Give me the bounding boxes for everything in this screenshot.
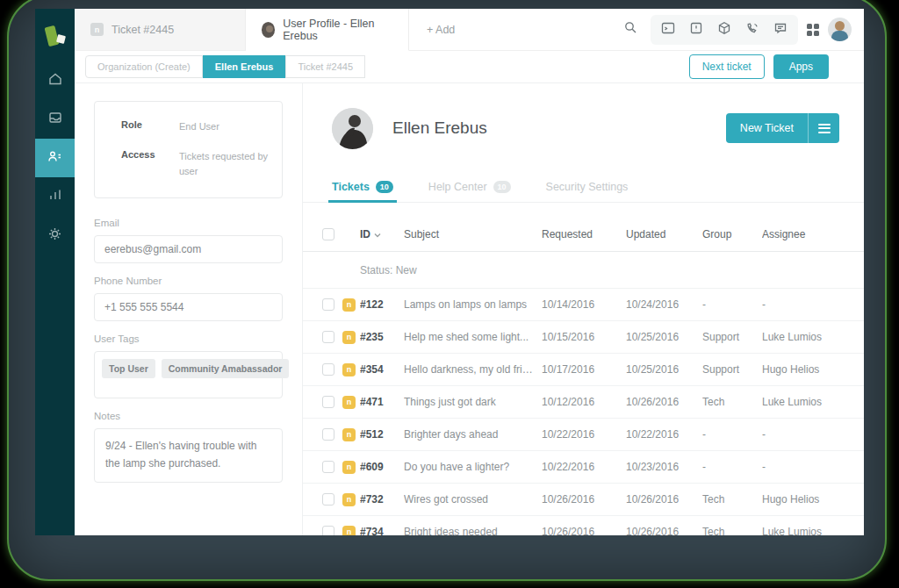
ticket-id: #235 <box>360 331 404 343</box>
context-toolbar: Organization (Create) Ellen Erebus Ticke… <box>75 51 864 83</box>
email-label: Email <box>94 218 283 228</box>
ticket-updated: 10/25/2016 <box>626 331 702 343</box>
agent-avatar[interactable] <box>828 18 852 41</box>
column-header-subject[interactable]: Subject <box>404 228 542 240</box>
tag-chip[interactable]: Community Amabassador <box>162 359 290 378</box>
hamburger-icon <box>818 121 831 135</box>
email-field[interactable]: eerebus@gmail.com <box>94 235 283 263</box>
ticket-row[interactable]: n #122 Lamps on lamps on lamps 10/14/201… <box>303 289 864 321</box>
tickets-count-badge: 10 <box>376 181 393 193</box>
tab-avatar <box>262 22 275 38</box>
profile-tabs: Tickets 10 Help Center 10 Security Setti… <box>303 173 864 203</box>
app-window: n Ticket #2445 User Profile - Ellen Ereb… <box>35 9 864 535</box>
sidebar-item-customers[interactable] <box>35 139 75 177</box>
column-header-assignee[interactable]: Assignee <box>762 228 864 240</box>
tab-security-settings[interactable]: Security Settings <box>546 173 629 202</box>
sidebar-item-views[interactable] <box>35 100 75 139</box>
ticket-requested: 10/22/2016 <box>542 461 626 473</box>
ticket-row[interactable]: n #471 Things just got dark 10/12/2016 1… <box>303 386 864 419</box>
tab-user-profile[interactable]: User Profile - Ellen Erebus <box>246 9 409 51</box>
alerts-button[interactable] <box>682 17 710 43</box>
breadcrumb-ticket-2445[interactable]: Ticket #2445 <box>285 55 365 78</box>
row-checkbox[interactable] <box>322 396 334 408</box>
row-checkbox[interactable] <box>322 331 334 343</box>
ticket-updated: 10/26/2016 <box>626 526 702 535</box>
status-new-badge: n <box>342 526 356 536</box>
column-header-id[interactable]: ID <box>360 228 404 240</box>
ticket-subject: Wires got crossed <box>404 493 542 506</box>
ticket-group: - <box>702 298 762 311</box>
home-icon <box>47 71 63 90</box>
ticket-requested: 10/22/2016 <box>542 428 626 441</box>
ticket-row[interactable]: n #732 Wires got crossed 10/26/2016 10/2… <box>303 484 864 516</box>
ticket-group: - <box>702 461 762 473</box>
ticket-group: Tech <box>702 526 762 535</box>
ticket-row[interactable]: n #235 Help me shed some light... 10/15/… <box>303 321 864 354</box>
row-checkbox[interactable] <box>322 363 334 376</box>
ticket-requested: 10/26/2016 <box>542 493 626 506</box>
ticket-row[interactable]: n #512 Brighter days ahead 10/22/2016 10… <box>303 419 864 451</box>
breadcrumb-ellen-erebus[interactable]: Ellen Erebus <box>203 55 286 78</box>
apps-button[interactable]: Apps <box>773 54 829 79</box>
ticket-updated: 10/23/2016 <box>626 461 702 473</box>
console-icon <box>660 20 676 39</box>
console-button[interactable] <box>654 17 682 43</box>
ticket-id: #122 <box>360 298 404 311</box>
role-label: Role <box>107 119 179 135</box>
views-icon <box>47 110 63 129</box>
sidebar-item-home[interactable] <box>35 61 75 100</box>
new-ticket-button[interactable]: New Ticket <box>726 113 808 143</box>
ticket-row[interactable]: n #609 Do you have a lighter? 10/22/2016… <box>303 451 864 484</box>
apps-grid-button[interactable] <box>807 24 819 36</box>
brand-logo-icon <box>35 16 75 61</box>
package-button[interactable] <box>710 17 738 43</box>
user-tags-field[interactable]: Top User Community Amabassador <box>94 351 283 398</box>
row-checkbox[interactable] <box>322 461 334 473</box>
column-header-requested[interactable]: Requested <box>542 228 626 240</box>
package-icon <box>716 20 732 39</box>
sidebar-item-settings[interactable] <box>35 216 75 255</box>
row-checkbox[interactable] <box>322 493 334 506</box>
select-all-checkbox[interactable] <box>322 228 334 240</box>
chat-button[interactable] <box>766 17 795 43</box>
new-ticket-menu-button[interactable] <box>808 113 839 143</box>
row-checkbox[interactable] <box>322 428 334 441</box>
phone-icon <box>744 20 760 39</box>
phone-field[interactable]: +1 555 555 5544 <box>94 293 283 321</box>
status-new-badge: n <box>342 363 356 376</box>
sidebar-item-reports[interactable] <box>35 177 75 216</box>
status-new-badge: n <box>342 396 356 409</box>
ticket-group: Tech <box>702 493 762 506</box>
ticket-id: #732 <box>360 493 404 506</box>
tab-ticket-2445[interactable]: n Ticket #2445 <box>75 9 246 50</box>
notes-field[interactable]: 9/24 - Ellen's having trouble with the l… <box>94 428 283 483</box>
column-header-group[interactable]: Group <box>702 228 762 240</box>
status-new-badge: n <box>342 461 356 474</box>
search-button[interactable] <box>619 18 642 41</box>
status-new-badge: n <box>342 493 356 506</box>
breadcrumb-organization[interactable]: Organization (Create) <box>85 55 203 78</box>
phone-label: Phone Number <box>94 276 283 286</box>
ticket-row[interactable]: n #734 Bright ideas needed 10/26/2016 10… <box>303 516 864 535</box>
ticket-subject: Bright ideas needed <box>404 526 542 535</box>
breadcrumb-label: Ellen Erebus <box>215 61 274 72</box>
access-label: Access <box>107 149 179 180</box>
ticket-group: Support <box>702 363 762 376</box>
next-ticket-button[interactable]: Next ticket <box>689 54 765 79</box>
tab-help-center[interactable]: Help Center 10 <box>428 173 511 202</box>
phone-button[interactable] <box>738 17 766 43</box>
tag-chip[interactable]: Top User <box>102 359 155 378</box>
breadcrumb-label: Organization (Create) <box>97 61 191 72</box>
add-tab-button[interactable]: + Add <box>409 9 472 50</box>
profile-avatar <box>332 108 373 149</box>
tab-tickets[interactable]: Tickets 10 <box>332 173 393 202</box>
ticket-updated: 10/24/2016 <box>626 298 702 311</box>
ticket-row[interactable]: n #354 Hello darkness, my old friend 10/… <box>303 354 864 386</box>
column-header-updated[interactable]: Updated <box>626 228 702 240</box>
row-checkbox[interactable] <box>322 526 334 535</box>
tab-label: Security Settings <box>546 181 629 193</box>
ticket-id: #512 <box>360 428 404 441</box>
ticket-group: - <box>702 428 762 441</box>
row-checkbox[interactable] <box>322 298 334 311</box>
channel-icon-group <box>651 15 798 45</box>
